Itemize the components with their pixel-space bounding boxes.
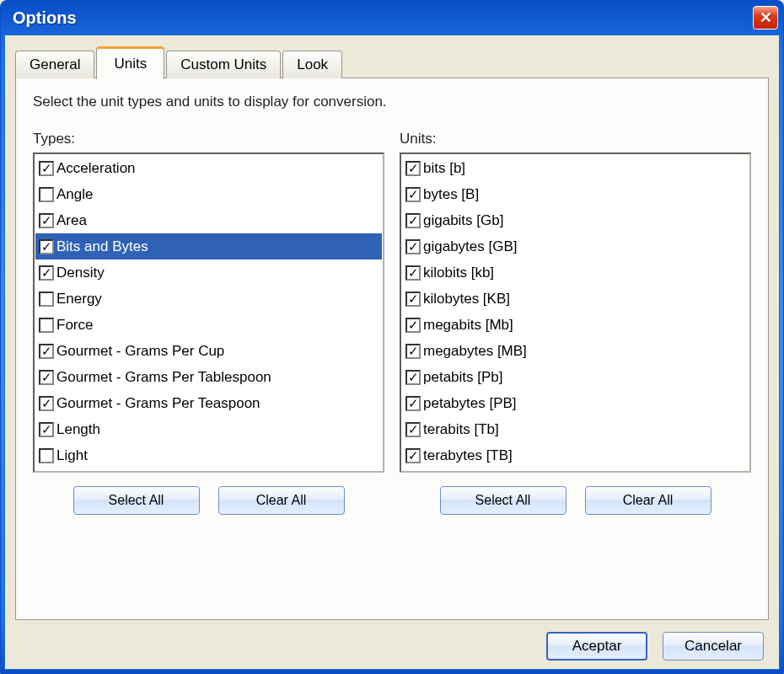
list-item[interactable]: Angle bbox=[35, 181, 382, 207]
list-item-label: bytes [B] bbox=[423, 186, 479, 203]
units-button-row: Select All Clear All bbox=[400, 486, 751, 515]
button-label: Select All bbox=[109, 493, 164, 508]
units-select-all-button[interactable]: Select All bbox=[440, 486, 567, 515]
checkbox-icon[interactable]: ✓ bbox=[39, 265, 54, 281]
list-item[interactable]: ✓kilobytes [KB] bbox=[402, 286, 749, 312]
checkbox-icon[interactable]: ✓ bbox=[405, 239, 421, 254]
button-label: Clear All bbox=[623, 493, 674, 508]
checkbox-icon[interactable]: ✓ bbox=[39, 161, 54, 176]
checkbox-icon[interactable]: ✓ bbox=[39, 239, 54, 254]
list-item-label: Length bbox=[56, 421, 100, 438]
list-item[interactable]: ✓bytes [B] bbox=[402, 181, 749, 207]
list-item[interactable]: ✓gigabits [Gb] bbox=[402, 207, 749, 233]
list-item-label: terabytes [TB] bbox=[423, 447, 513, 464]
list-item-label: bits [b] bbox=[423, 160, 465, 177]
tab-panel-units: Select the unit types and units to displ… bbox=[15, 78, 769, 620]
client-area: General Units Custom Units Look Select t… bbox=[4, 35, 780, 670]
list-item-label: Force bbox=[56, 317, 93, 334]
checkbox-icon[interactable]: ✓ bbox=[405, 344, 421, 359]
list-item[interactable]: ✓petabytes [PB] bbox=[402, 390, 749, 416]
tab-units[interactable]: Units bbox=[96, 46, 164, 79]
titlebar: Options ✕ bbox=[1, 1, 783, 35]
list-item-label: terabits [Tb] bbox=[423, 421, 499, 438]
checkbox-icon[interactable]: ✓ bbox=[39, 344, 54, 359]
list-item[interactable]: ✓Acceleration bbox=[35, 155, 382, 181]
list-item[interactable]: ✓petabits [Pb] bbox=[402, 364, 749, 390]
checkbox-icon[interactable]: ✓ bbox=[405, 448, 421, 463]
tab-label: Look bbox=[297, 56, 328, 72]
list-item[interactable]: ✓gigabytes [GB] bbox=[402, 233, 749, 259]
dialog-button-row: Aceptar Cancelar bbox=[15, 620, 769, 661]
checkbox-icon[interactable] bbox=[39, 187, 54, 202]
checkbox-icon[interactable]: ✓ bbox=[405, 422, 421, 437]
list-item[interactable]: Light bbox=[35, 442, 382, 468]
list-item-label: kilobytes [KB] bbox=[423, 291, 510, 308]
list-item-label: Acceleration bbox=[56, 160, 136, 177]
list-item-label: Gourmet - Grams Per Tablespoon bbox=[56, 369, 271, 386]
button-label: Select All bbox=[475, 493, 531, 508]
checkbox-icon[interactable]: ✓ bbox=[39, 213, 54, 228]
checkbox-icon[interactable]: ✓ bbox=[405, 187, 421, 202]
close-button[interactable]: ✕ bbox=[753, 6, 778, 29]
types-select-all-button[interactable]: Select All bbox=[73, 486, 200, 515]
tab-look[interactable]: Look bbox=[282, 51, 342, 78]
list-item[interactable]: Energy bbox=[35, 286, 382, 312]
tab-label: Custom Units bbox=[180, 56, 266, 72]
checkbox-icon[interactable]: ✓ bbox=[39, 370, 54, 385]
list-item-label: Area bbox=[56, 212, 87, 229]
button-label: Aceptar bbox=[572, 638, 622, 655]
list-item-label: Gourmet - Grams Per Cup bbox=[56, 343, 224, 360]
checkbox-icon[interactable]: ✓ bbox=[405, 161, 421, 176]
list-item[interactable]: ✓Gourmet - Grams Per Cup bbox=[35, 338, 382, 364]
accept-button[interactable]: Aceptar bbox=[546, 632, 647, 661]
list-item[interactable]: ✓kilobits [kb] bbox=[402, 259, 749, 286]
units-listbox[interactable]: ✓bits [b]✓bytes [B]✓gigabits [Gb]✓gigaby… bbox=[400, 152, 751, 473]
units-column: Units: ✓bits [b]✓bytes [B]✓gigabits [Gb]… bbox=[400, 131, 751, 604]
list-item-label: Angle bbox=[56, 186, 93, 203]
tab-custom-units[interactable]: Custom Units bbox=[166, 51, 281, 78]
options-window: Options ✕ General Units Custom Units Loo… bbox=[0, 0, 784, 674]
units-clear-all-button[interactable]: Clear All bbox=[585, 486, 712, 515]
list-item-label: Energy bbox=[56, 291, 102, 308]
button-label: Clear All bbox=[256, 493, 307, 508]
checkbox-icon[interactable] bbox=[39, 318, 54, 333]
checkbox-icon[interactable]: ✓ bbox=[405, 318, 421, 333]
checkbox-icon[interactable]: ✓ bbox=[405, 265, 421, 281]
types-listbox[interactable]: ✓AccelerationAngle✓Area✓Bits and Bytes✓D… bbox=[33, 152, 384, 473]
list-item[interactable]: ✓Gourmet - Grams Per Teaspoon bbox=[35, 390, 382, 416]
list-item[interactable]: ✓megabytes [MB] bbox=[402, 338, 749, 364]
tab-general[interactable]: General bbox=[15, 51, 94, 78]
list-item[interactable]: ✓bits [b] bbox=[402, 155, 749, 181]
types-clear-all-button[interactable]: Clear All bbox=[218, 486, 345, 515]
list-item[interactable]: ✓Bits and Bytes bbox=[35, 233, 382, 259]
window-title: Options bbox=[13, 8, 753, 28]
checkbox-icon[interactable]: ✓ bbox=[405, 396, 421, 411]
list-item[interactable]: ✓terabytes [TB] bbox=[402, 442, 749, 468]
checkbox-icon[interactable] bbox=[39, 292, 54, 307]
tabstrip: General Units Custom Units Look bbox=[15, 45, 769, 78]
list-item-label: gigabytes [GB] bbox=[423, 238, 518, 255]
button-label: Cancelar bbox=[685, 638, 742, 655]
columns: Types: ✓AccelerationAngle✓Area✓Bits and … bbox=[33, 131, 751, 604]
checkbox-icon[interactable]: ✓ bbox=[39, 422, 54, 437]
list-item[interactable]: ✓terabits [Tb] bbox=[402, 416, 749, 442]
checkbox-icon[interactable]: ✓ bbox=[39, 396, 54, 411]
list-item[interactable]: ✓Gourmet - Grams Per Tablespoon bbox=[35, 364, 382, 390]
types-label: Types: bbox=[33, 131, 384, 147]
checkbox-icon[interactable]: ✓ bbox=[405, 213, 421, 228]
checkbox-icon[interactable]: ✓ bbox=[405, 292, 421, 307]
list-item[interactable]: ✓Density bbox=[35, 259, 382, 286]
checkbox-icon[interactable]: ✓ bbox=[405, 370, 421, 385]
units-label: Units: bbox=[400, 131, 751, 147]
types-column: Types: ✓AccelerationAngle✓Area✓Bits and … bbox=[33, 131, 384, 604]
list-item[interactable]: ✓Length bbox=[35, 416, 382, 442]
list-item-label: Light bbox=[56, 447, 88, 464]
list-item[interactable]: ✓megabits [Mb] bbox=[402, 312, 749, 338]
close-icon: ✕ bbox=[760, 8, 772, 27]
list-item[interactable]: ✓Area bbox=[35, 207, 382, 233]
list-item[interactable]: Force bbox=[35, 312, 382, 338]
cancel-button[interactable]: Cancelar bbox=[663, 632, 764, 661]
list-item-label: megabits [Mb] bbox=[423, 317, 513, 334]
tab-label: Units bbox=[114, 56, 147, 72]
checkbox-icon[interactable] bbox=[39, 448, 54, 463]
